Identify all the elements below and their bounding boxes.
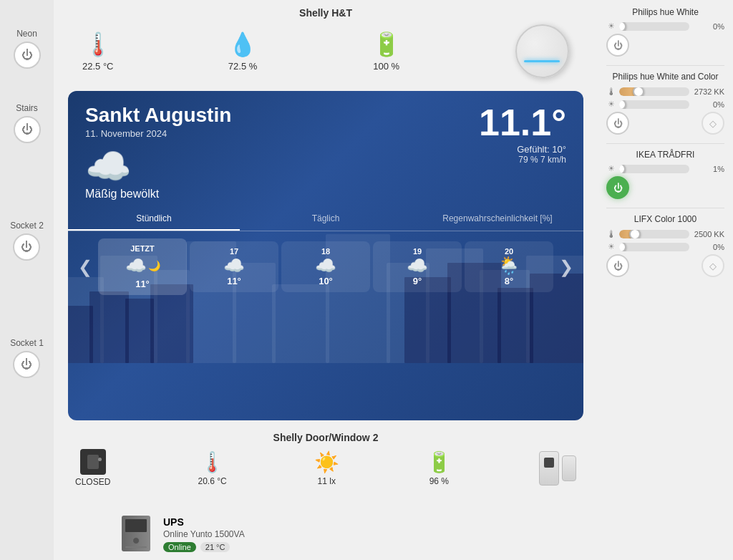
ups-status-temp: 21 °C bbox=[200, 542, 230, 552]
neon-label: Neon bbox=[16, 29, 37, 39]
power-btn-philips-color[interactable]: ⏻ bbox=[606, 112, 629, 135]
weather-feels-like: Gefühlt: 10° bbox=[479, 144, 566, 155]
door-sensors: CLOSED 🌡️ 20.6 °C ☀️ 11 lx 🔋 96 % bbox=[68, 449, 583, 487]
weather-cloud-icon: ☁️ bbox=[85, 145, 132, 187]
color-temp-thumb-1[interactable] bbox=[633, 87, 644, 96]
droplet-icon: 💧 bbox=[228, 31, 257, 58]
right-sidebar: Philips hue White ☀ 0% ⏻ Philips hue Whi… bbox=[598, 0, 733, 560]
door-status-sensor: CLOSED bbox=[75, 449, 110, 487]
ups-badges: Online 21 °C bbox=[163, 542, 245, 552]
color-temp-slider-3[interactable] bbox=[619, 230, 689, 238]
battery-sensor: 🔋 100 % bbox=[372, 31, 401, 72]
weather-info: 79 % 7 km/h bbox=[479, 155, 566, 165]
temp-icon-1: 🌡 bbox=[606, 86, 616, 97]
socket1-label: Socket 1 bbox=[10, 338, 44, 348]
brightness-thumb-0[interactable] bbox=[619, 22, 626, 31]
forecast-prev-arrow[interactable]: ❮ bbox=[75, 257, 95, 277]
door-illuminance-sensor: ☀️ 11 lx bbox=[314, 450, 339, 486]
light-bottom-1: ⏻ ◇ bbox=[606, 112, 724, 135]
humidity-sensor: 💧 72.5 % bbox=[228, 31, 257, 72]
forecast-temp-0: 11° bbox=[101, 279, 184, 289]
door-battery-value: 96 % bbox=[429, 476, 449, 486]
light-bottom-3: ⏻ ◇ bbox=[606, 254, 724, 277]
settings-btn-philips-color[interactable]: ◇ bbox=[702, 112, 724, 135]
forecast-moon-0: 🌙 bbox=[148, 260, 160, 271]
brightness-value-0: 0% bbox=[692, 22, 724, 31]
forecast-card-3[interactable]: 19 ☁️ 9° bbox=[373, 241, 462, 292]
brightness-slider-0[interactable] bbox=[619, 22, 689, 31]
stairs-power-button[interactable]: ⏻ bbox=[14, 116, 41, 143]
shelly-door-section: Shelly Door/Window 2 CLOSED 🌡️ 20.6 °C ☀… bbox=[54, 426, 598, 493]
neon-power-button[interactable]: ⏻ bbox=[14, 42, 41, 69]
settings-btn-lifx[interactable]: ◇ bbox=[702, 254, 724, 277]
battery-icon: 🔋 bbox=[372, 31, 401, 58]
brightness-slider-3[interactable] bbox=[619, 243, 689, 251]
ups-base bbox=[125, 546, 147, 548]
forecast-card-0[interactable]: JETZT ☁️ 🌙 11° bbox=[98, 238, 187, 295]
sun-icon-3: ☀ bbox=[606, 242, 616, 251]
humidity-value: 72.5 % bbox=[228, 61, 257, 72]
brightness-slider-row-3: ☀ 0% bbox=[606, 242, 724, 251]
door-temperature-sensor: 🌡️ 20.6 °C bbox=[198, 450, 226, 486]
brightness-value-3: 0% bbox=[692, 243, 724, 251]
ups-info: UPS Online Yunto 1500VA Online 21 °C bbox=[163, 516, 245, 552]
sun-icon-2: ☀ bbox=[606, 164, 616, 173]
light-bottom-2: ⏻ bbox=[606, 176, 724, 199]
door-illuminance-value: 11 lx bbox=[318, 476, 336, 486]
svg-rect-12 bbox=[89, 291, 129, 363]
brightness-slider-2[interactable] bbox=[619, 165, 689, 173]
divider-3 bbox=[606, 208, 724, 208]
divider-2 bbox=[606, 143, 724, 144]
door-thermometer-icon: 🌡️ bbox=[200, 450, 225, 474]
color-temp-slider-row-3: 🌡 2500 KK bbox=[606, 228, 724, 240]
door-temperature-value: 20.6 °C bbox=[198, 476, 226, 486]
tab-daily[interactable]: Täglich bbox=[240, 208, 412, 231]
color-temp-value-1: 2732 KK bbox=[692, 87, 724, 96]
forecast-icon-3: ☁️ bbox=[407, 256, 428, 275]
brightness-thumb-1[interactable] bbox=[619, 100, 626, 109]
sidebar-item-socket1: Socket 1 ⏻ bbox=[10, 338, 44, 378]
weather-widget: Sankt Augustin 11. November 2024 ☁️ Mäßi… bbox=[68, 91, 583, 420]
shelly-ht-sensors: 🌡️ 22.5 °C 💧 72.5 % 🔋 100 % bbox=[68, 24, 583, 78]
svg-rect-13 bbox=[125, 299, 154, 363]
color-temp-thumb-3[interactable] bbox=[629, 230, 641, 238]
shelly-ht-device-image bbox=[515, 24, 569, 78]
power-btn-ikea[interactable]: ⏻ bbox=[606, 176, 629, 199]
brightness-thumb-3[interactable] bbox=[619, 243, 626, 251]
weather-location: Sankt Augustin 11. November 2024 ☁️ Mäßi… bbox=[85, 104, 231, 201]
tab-hourly[interactable]: Stündlich bbox=[68, 208, 240, 231]
door-small-part bbox=[562, 455, 576, 481]
socket2-power-button[interactable]: ⏻ bbox=[13, 233, 40, 261]
forecast-temp-4: 8° bbox=[467, 276, 550, 286]
door-status-icon bbox=[80, 449, 106, 475]
forecast-next-arrow[interactable]: ❯ bbox=[556, 257, 576, 277]
ups-body bbox=[122, 516, 150, 551]
forecast-time-2: 18 bbox=[284, 247, 367, 256]
ups-status-online: Online bbox=[163, 542, 196, 552]
brightness-thumb-2[interactable] bbox=[619, 165, 626, 173]
weather-temperature-block: 11.1° Gefühlt: 10° 79 % 7 km/h bbox=[479, 104, 566, 165]
light-title-philips-color: Philips hue White and Color bbox=[606, 72, 724, 82]
forecast-icon-0: ☁️ bbox=[125, 256, 147, 276]
divider-1 bbox=[606, 65, 724, 66]
temp-icon-3: 🌡 bbox=[606, 228, 616, 240]
forecast-card-1[interactable]: 17 ☁️ 11° bbox=[190, 241, 278, 292]
tab-rain-probability[interactable]: Regenwahrscheinlichkeit [%] bbox=[412, 208, 583, 231]
sidebar-item-socket2: Socket 2 ⏻ bbox=[10, 221, 44, 261]
forecast-time-0: JETZT bbox=[101, 244, 184, 253]
sidebar-item-neon: Neon ⏻ bbox=[14, 29, 41, 69]
color-temp-slider-1[interactable] bbox=[619, 87, 689, 96]
ups-name: UPS bbox=[163, 516, 245, 528]
forecast-temp-1: 11° bbox=[193, 276, 276, 286]
shelly-door-title: Shelly Door/Window 2 bbox=[68, 432, 583, 443]
door-device-visual bbox=[539, 451, 576, 486]
forecast-card-2[interactable]: 18 ☁️ 10° bbox=[281, 241, 370, 292]
socket1-power-button[interactable]: ⏻ bbox=[13, 351, 40, 378]
brightness-slider-1[interactable] bbox=[619, 100, 689, 109]
color-temp-value-3: 2500 KK bbox=[692, 230, 724, 238]
power-btn-lifx[interactable]: ⏻ bbox=[606, 254, 629, 277]
brightness-slider-row-0: ☀ 0% bbox=[606, 21, 724, 31]
light-control-lifx: LIFX Color 1000 🌡 2500 KK ☀ 0% ⏻ ◇ bbox=[606, 214, 724, 277]
forecast-card-4[interactable]: 20 🌦️ 8° bbox=[465, 241, 553, 292]
power-btn-philips-white[interactable]: ⏻ bbox=[606, 34, 629, 57]
